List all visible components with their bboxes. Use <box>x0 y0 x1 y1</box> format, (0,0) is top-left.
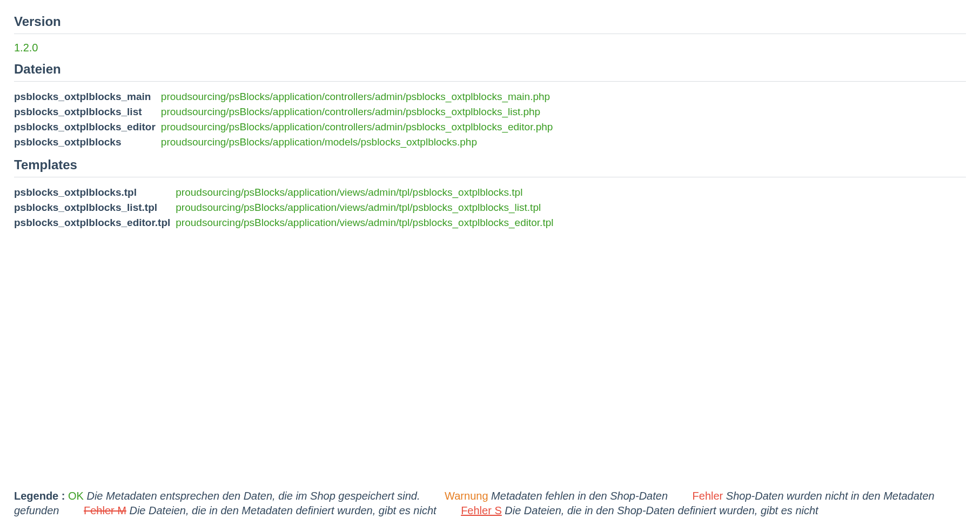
section-heading-files: Dateien <box>14 62 966 82</box>
legend-ok-desc: Die Metadaten entsprechen den Daten, die… <box>86 490 420 502</box>
table-row: psblocks_oxtplblocks_editor proudsourcin… <box>14 120 558 135</box>
file-key: psblocks_oxtplblocks_main <box>14 89 161 104</box>
template-path: proudsourcing/psBlocks/application/views… <box>176 215 559 230</box>
files-table: psblocks_oxtplblocks_main proudsourcing/… <box>14 89 558 150</box>
template-key: psblocks_oxtplblocks_list.tpl <box>14 200 176 215</box>
legend-err-m-desc: Die Dateien, die in den Metadaten defini… <box>129 505 436 516</box>
page-root: Version 1.2.0 Dateien psblocks_oxtplbloc… <box>0 0 980 531</box>
template-path: proudsourcing/psBlocks/application/views… <box>176 185 559 200</box>
file-key: psblocks_oxtplblocks_list <box>14 104 161 120</box>
section-heading-version: Version <box>14 14 966 34</box>
templates-table: psblocks_oxtplblocks.tpl proudsourcing/p… <box>14 185 559 230</box>
legend-err-m-tag: Fehler M <box>84 505 126 516</box>
legend-ok-tag: OK <box>68 490 84 502</box>
table-row: psblocks_oxtplblocks_list proudsourcing/… <box>14 104 558 120</box>
file-path: proudsourcing/psBlocks/application/contr… <box>161 104 559 120</box>
file-path: proudsourcing/psBlocks/application/contr… <box>161 120 559 135</box>
legend-label: Legende : <box>14 490 65 502</box>
table-row: psblocks_oxtplblocks_main proudsourcing/… <box>14 89 558 104</box>
table-row: psblocks_oxtplblocks_editor.tpl proudsou… <box>14 215 559 230</box>
template-key: psblocks_oxtplblocks.tpl <box>14 185 176 200</box>
file-path: proudsourcing/psBlocks/application/contr… <box>161 89 559 104</box>
version-value: 1.2.0 <box>14 42 966 54</box>
legend-warn-desc: Metadaten fehlen in den Shop-Daten <box>491 490 668 502</box>
section-heading-templates: Templates <box>14 157 966 177</box>
legend-warn-tag: Warnung <box>445 490 488 502</box>
template-path: proudsourcing/psBlocks/application/views… <box>176 200 559 215</box>
legend-err-s-tag: Fehler S <box>461 505 502 516</box>
template-key: psblocks_oxtplblocks_editor.tpl <box>14 215 176 230</box>
legend-err-tag: Fehler <box>693 490 723 502</box>
table-row: psblocks_oxtplblocks.tpl proudsourcing/p… <box>14 185 559 200</box>
legend-err-s-desc: Die Dateien, die in den Shop-Daten defin… <box>505 505 818 516</box>
legend: Legende : OK Die Metadaten entsprechen d… <box>14 489 966 518</box>
table-row: psblocks_oxtplblocks_list.tpl proudsourc… <box>14 200 559 215</box>
file-key: psblocks_oxtplblocks_editor <box>14 120 161 135</box>
file-path: proudsourcing/psBlocks/application/model… <box>161 135 559 150</box>
file-key: psblocks_oxtplblocks <box>14 135 161 150</box>
table-row: psblocks_oxtplblocks proudsourcing/psBlo… <box>14 135 558 150</box>
